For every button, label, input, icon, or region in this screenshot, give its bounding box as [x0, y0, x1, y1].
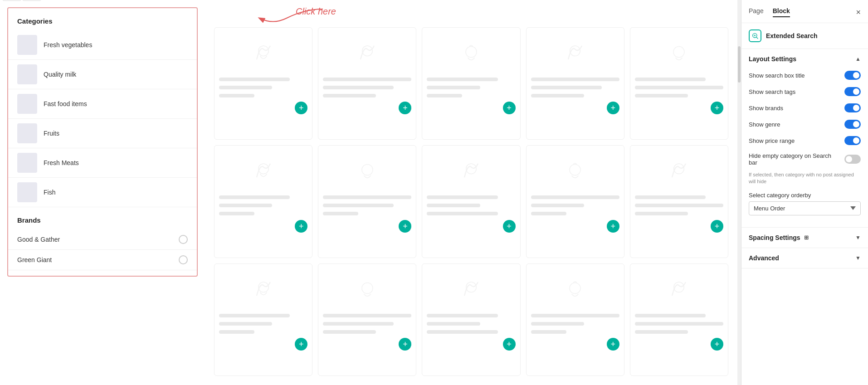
- spacing-settings-row[interactable]: Spacing Settings ⊞ ▼: [741, 228, 868, 248]
- toggle-row-genre: Show genre: [749, 116, 861, 132]
- product-line: [635, 322, 723, 326]
- toggle-slider[interactable]: [844, 120, 861, 129]
- brand-item[interactable]: Green Giant: [8, 250, 197, 270]
- category-item[interactable]: Fish: [8, 178, 197, 207]
- toggle-slider[interactable]: [844, 87, 861, 96]
- panel-header: Page Block ×: [741, 0, 868, 23]
- scroll-track[interactable]: [737, 0, 741, 385]
- toggle-label: Show search box title: [749, 72, 844, 79]
- add-to-cart-btn[interactable]: +: [607, 102, 619, 114]
- add-to-cart-btn[interactable]: +: [399, 102, 411, 114]
- add-to-cart-btn[interactable]: +: [711, 338, 723, 351]
- add-to-cart-btn[interactable]: +: [399, 338, 411, 351]
- product-line: [635, 314, 706, 317]
- category-name: Fruits: [44, 130, 59, 137]
- product-card: +: [214, 145, 312, 258]
- toggle-label: Show brands: [749, 105, 844, 112]
- dropdown-label: Select category orderby: [749, 192, 861, 199]
- product-line: [219, 86, 272, 89]
- spacing-settings-label: Spacing Settings ⊞: [749, 234, 809, 241]
- product-image: [635, 268, 723, 309]
- toggle-hide-empty-category[interactable]: [844, 155, 861, 164]
- category-item[interactable]: Fresh Meats: [8, 148, 197, 178]
- tab-page[interactable]: Page: [749, 7, 764, 17]
- center-area: Click here +: [205, 0, 741, 385]
- brand-radio[interactable]: [179, 235, 188, 244]
- svg-point-10: [362, 165, 373, 175]
- product-line: [635, 212, 688, 215]
- product-card: +: [526, 27, 624, 140]
- toggle-search-box-title[interactable]: [844, 71, 861, 80]
- product-line: [219, 322, 272, 326]
- tab-block[interactable]: Block: [773, 7, 790, 17]
- product-line: [219, 212, 254, 215]
- product-line: [531, 314, 619, 317]
- category-item[interactable]: Fast food items: [8, 89, 197, 119]
- product-line: [323, 330, 376, 334]
- product-line: [427, 94, 462, 97]
- add-to-cart-btn[interactable]: +: [503, 338, 516, 351]
- extended-search-icon: [749, 29, 761, 42]
- product-line: [531, 86, 602, 89]
- right-panel: Page Block × Extended Search Layout Sett…: [741, 0, 868, 385]
- add-to-cart-btn[interactable]: +: [399, 220, 411, 233]
- product-image: [531, 150, 619, 191]
- add-to-cart-btn[interactable]: +: [295, 220, 307, 233]
- toggle-slider[interactable]: [844, 155, 861, 164]
- toggle-label: Hide empty category on Search bar: [749, 152, 844, 166]
- brand-radio[interactable]: [179, 255, 188, 264]
- add-to-cart-btn[interactable]: +: [503, 102, 516, 114]
- toggle-search-tags[interactable]: [844, 87, 861, 96]
- brand-item[interactable]: Good & Gather: [8, 229, 197, 250]
- product-image: [427, 32, 515, 73]
- add-to-cart-btn[interactable]: +: [503, 220, 516, 233]
- spacing-chevron: ▼: [855, 234, 861, 241]
- toggle-slider[interactable]: [844, 71, 861, 80]
- toggle-slider[interactable]: [844, 103, 861, 112]
- add-to-cart-btn[interactable]: +: [711, 220, 723, 233]
- layout-settings-chevron: ▲: [855, 56, 861, 62]
- category-name: Fresh Meats: [44, 159, 79, 166]
- product-card: +: [422, 145, 520, 258]
- product-line: [427, 322, 480, 326]
- product-line: [427, 314, 497, 317]
- left-sidebar: Categories Fresh vegetables Quality milk…: [7, 7, 198, 277]
- add-to-cart-btn[interactable]: +: [711, 102, 723, 114]
- close-panel-button[interactable]: ×: [856, 8, 861, 16]
- product-line: [219, 78, 290, 81]
- product-line: [427, 86, 480, 89]
- product-line: [219, 330, 254, 334]
- scroll-thumb[interactable]: [738, 46, 741, 83]
- brand-name: Green Giant: [17, 256, 52, 263]
- category-name: Fast food items: [44, 100, 87, 107]
- toggle-price-range[interactable]: [844, 136, 861, 145]
- product-line: [635, 86, 723, 89]
- toggle-slider[interactable]: [844, 136, 861, 145]
- advanced-row[interactable]: Advanced ▼: [741, 248, 868, 268]
- add-to-cart-btn[interactable]: +: [607, 220, 619, 233]
- category-item[interactable]: Fruits: [8, 119, 197, 148]
- toggle-brands[interactable]: [844, 103, 861, 112]
- product-card: +: [318, 263, 416, 376]
- product-card: +: [630, 27, 728, 140]
- add-to-cart-btn[interactable]: +: [295, 338, 307, 351]
- hint-text: If selected, then category with no post …: [749, 171, 861, 188]
- add-to-cart-btn[interactable]: +: [607, 338, 619, 351]
- toggle-genre[interactable]: [844, 120, 861, 129]
- more-options-btn[interactable]: ⋮: [23, 0, 41, 1]
- product-line: [531, 322, 584, 326]
- annotation-area: Click here +: [205, 0, 737, 385]
- product-line: [635, 204, 723, 207]
- product-line: [323, 212, 358, 215]
- block-icon-btn[interactable]: [3, 0, 21, 1]
- product-line: [323, 204, 394, 207]
- category-item[interactable]: Fresh vegetables: [8, 30, 197, 60]
- product-image: [427, 268, 515, 309]
- product-line: [427, 212, 497, 215]
- category-item[interactable]: Quality milk: [8, 60, 197, 89]
- toggle-row-price-range: Show price range: [749, 132, 861, 149]
- add-to-cart-btn[interactable]: +: [295, 102, 307, 114]
- category-orderby-select[interactable]: Menu Order Name ID Count Slug: [749, 201, 861, 215]
- layout-settings-header[interactable]: Layout Settings ▲: [741, 49, 868, 67]
- product-image: [219, 32, 307, 73]
